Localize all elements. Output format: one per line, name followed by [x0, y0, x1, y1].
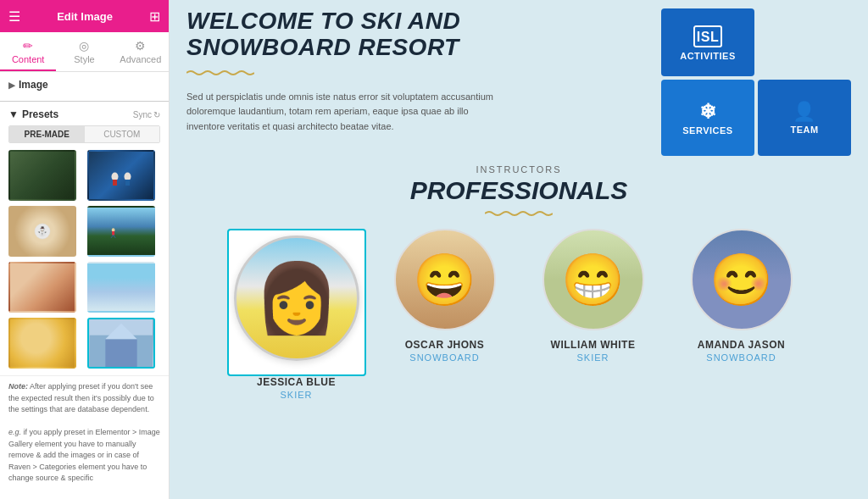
grid-icon[interactable]: ⊞	[149, 8, 160, 25]
svg-text:ISL: ISL	[697, 30, 719, 44]
preset-item-1[interactable]	[8, 150, 76, 201]
panel-title: Edit Image	[57, 10, 113, 23]
activity-buttons: ISL ACTIVITIES ❄ SERVICES 👤 TEAM	[661, 8, 851, 156]
instructor-jessica: JESSICA BLUE SKIER	[231, 229, 362, 400]
william-name: WILLIAM WHITE	[551, 339, 636, 351]
jessica-role: SKIER	[280, 390, 312, 400]
premade-button[interactable]: PRE-MADE	[9, 126, 85, 142]
oscar-role: SNOWBOARD	[409, 352, 479, 363]
instructor-amanda: AMANDA JASON SNOWBOARD	[676, 229, 807, 363]
activities-label: ACTIVITIES	[680, 51, 736, 61]
jessica-avatar	[234, 236, 359, 361]
snowflake-icon: ❄	[699, 100, 717, 124]
team-button[interactable]: 👤 TEAM	[758, 80, 851, 156]
tab-style[interactable]: ◎ Style	[56, 32, 112, 71]
svg-rect-12	[105, 339, 136, 367]
tab-advanced[interactable]: ⚙ Advanced	[113, 32, 169, 71]
hero-title: WELCOME TO SKI AND SNOWBOARD RESORT	[186, 8, 644, 61]
amanda-name: AMANDA JASON	[698, 339, 786, 351]
wavy-line-2	[186, 208, 851, 219]
note-example-label: e.g.	[8, 428, 21, 436]
jessica-name: JESSICA BLUE	[257, 376, 336, 388]
hero-body-text: Sed ut perspiclatis unde omnis iste natu…	[186, 90, 509, 135]
presets-section: ▼ Presets Sync ↻	[0, 105, 169, 125]
panel-note: Note: After applying preset if you don't…	[0, 375, 169, 490]
svg-rect-1	[113, 180, 117, 186]
advanced-icon: ⚙	[116, 39, 165, 53]
preset-8-image	[89, 319, 153, 367]
svg-line-9	[113, 236, 115, 238]
presets-toggle[interactable]: ▼ Presets	[8, 108, 58, 120]
hamburger-icon[interactable]: ☰	[8, 8, 20, 25]
instructors-row: JESSICA BLUE SKIER OSCAR JHONS SNOWBOARD…	[186, 229, 851, 400]
svg-rect-3	[125, 180, 130, 186]
amanda-avatar	[691, 229, 793, 330]
wavy-line-1	[186, 66, 644, 81]
svg-rect-7	[112, 231, 114, 236]
panel-header: ☰ Edit Image ⊞	[0, 0, 169, 32]
custom-button[interactable]: CUSTOM	[85, 126, 160, 142]
left-panel: ☰ Edit Image ⊞ ✏ Content ◎ Style ⚙ Advan…	[0, 0, 170, 499]
preset-item-5[interactable]	[8, 262, 76, 313]
image-arrow: ▶	[8, 80, 15, 90]
preset-item-2[interactable]	[87, 150, 155, 201]
william-avatar	[542, 229, 644, 330]
sync-button[interactable]: Sync ↻	[133, 110, 160, 119]
instructor-william: WILLIAM WHITE SKIER	[527, 229, 659, 363]
preset-item-6[interactable]	[87, 262, 155, 313]
preset-item-7[interactable]	[8, 318, 76, 369]
preset-type-toggle: PRE-MADE CUSTOM	[8, 125, 160, 143]
professionals-title: PROFESSIONALS	[186, 176, 851, 205]
services-label: SERVICES	[682, 125, 732, 136]
preset-3-icon: ⛄	[25, 214, 59, 248]
amanda-role: SNOWBOARD	[706, 352, 776, 363]
team-person-icon: 👤	[793, 101, 816, 123]
instructors-section: INSTRUCTORS PROFESSIONALS JESSICA BLUE S…	[186, 164, 851, 400]
services-button[interactable]: ❄ SERVICES	[661, 80, 754, 156]
activities-button[interactable]: ISL ACTIVITIES	[661, 8, 754, 76]
preset-2-icon	[100, 170, 142, 196]
sync-icon: ↻	[153, 110, 160, 119]
activities-logo: ISL	[691, 24, 725, 49]
oscar-avatar	[394, 229, 496, 330]
style-icon: ◎	[59, 39, 108, 53]
image-section[interactable]: ▶ Image	[0, 72, 169, 97]
preset-item-3[interactable]: ⛄	[8, 206, 76, 257]
hero-text-area: WELCOME TO SKI AND SNOWBOARD RESORT Sed …	[186, 8, 661, 134]
oscar-name: OSCAR JHONS	[405, 339, 485, 351]
preset-item-8[interactable]	[87, 318, 155, 369]
preset-4-icon	[108, 219, 134, 253]
main-content: WELCOME TO SKI AND SNOWBOARD RESORT Sed …	[170, 0, 868, 499]
preset-item-4[interactable]	[87, 206, 155, 257]
presets-arrow: ▼	[8, 108, 19, 120]
presets-grid: ⛄	[0, 150, 169, 375]
panel-tabs: ✏ Content ◎ Style ⚙ Advanced	[0, 32, 169, 72]
instructor-oscar: OSCAR JHONS SNOWBOARD	[379, 229, 510, 363]
content-icon: ✏	[3, 39, 53, 53]
main-inner: WELCOME TO SKI AND SNOWBOARD RESORT Sed …	[170, 0, 868, 499]
svg-line-8	[111, 236, 114, 238]
tab-content[interactable]: ✏ Content	[0, 32, 56, 71]
svg-text:⛄: ⛄	[36, 225, 48, 237]
hero-area: WELCOME TO SKI AND SNOWBOARD RESORT Sed …	[186, 8, 851, 156]
note-bold: Note:	[8, 382, 28, 391]
instructors-label: INSTRUCTORS	[186, 164, 851, 175]
team-label: TEAM	[790, 125, 818, 135]
william-role: SKIER	[576, 352, 609, 363]
